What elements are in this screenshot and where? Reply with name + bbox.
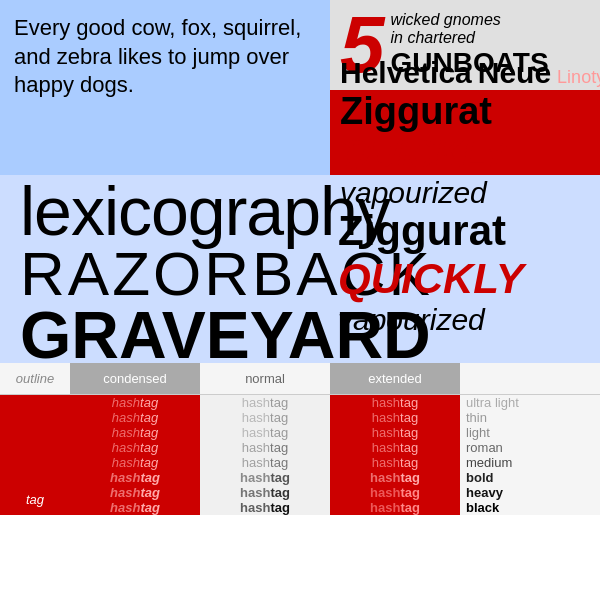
intro-text: Every good cow, fox, squirrel, and zebra… xyxy=(14,14,316,100)
extended-row-5: hashtag xyxy=(330,455,460,470)
extended-row-2: hashtag xyxy=(330,410,460,425)
weight-row-5: medium xyxy=(460,455,600,470)
grave-row: GRAVEYARD xyxy=(10,303,320,367)
normal-row-8: hashtag xyxy=(200,500,330,515)
weight-row-3: light xyxy=(460,425,600,440)
condensed-row-7: hashtag xyxy=(70,485,200,500)
quickly-text: QUICKLY xyxy=(340,133,508,176)
top-section: Every good cow, fox, squirrel, and zebra… xyxy=(0,0,600,175)
wicked-line2: in chartered xyxy=(391,29,549,47)
condensed-row-2: hashtag xyxy=(70,410,200,425)
header-condensed: condensed xyxy=(70,363,200,394)
weight-row-6: bold xyxy=(460,470,600,485)
hashtag-cell: hashtag xyxy=(112,395,158,410)
helvetica-line: Helvetica Neue Linotype xyxy=(340,56,590,90)
weight-label-heavy: heavy xyxy=(466,485,503,500)
condensed-row-3: hashtag xyxy=(70,425,200,440)
grid-header: outline condensed normal extended xyxy=(0,363,600,395)
extended-row-7: hashtag xyxy=(330,485,460,500)
quickly-vapourized-line: QUICKLY xyxy=(340,133,590,176)
condensed-row-5: hashtag xyxy=(70,455,200,470)
condensed-col: hashtag hashtag hashtag hashtag hashtag … xyxy=(70,395,200,515)
condensed-row-8: hashtag xyxy=(70,500,200,515)
ziggurat-big: Ziggurat xyxy=(338,207,592,255)
condensed-row-6: hashtag xyxy=(70,470,200,485)
zigg-section: Ziggurat QUICKLY vapourized xyxy=(338,207,592,337)
extended-row-8: hashtag xyxy=(330,500,460,515)
condensed-row-4: hashtag xyxy=(70,440,200,455)
middle-section: lexicography RAZORBACK GRAVEYARD Ziggura… xyxy=(0,175,600,363)
normal-row-2: hashtag xyxy=(200,410,330,425)
extended-row-6: hashtag xyxy=(330,470,460,485)
weight-row-4: roman xyxy=(460,440,600,455)
weight-row-7: heavy xyxy=(460,485,600,500)
weight-col: ultra light thin light roman medium bold… xyxy=(460,395,600,515)
weight-label-medium: medium xyxy=(466,455,512,470)
header-outline: outline xyxy=(0,371,70,386)
weight-label-black: black xyxy=(466,500,499,515)
ziggurat-line: Ziggurat xyxy=(340,90,590,133)
quickly-big: QUICKLY xyxy=(338,255,592,303)
top-right-panel: 5 wicked gnomes in chartered GUNBOATS He… xyxy=(330,0,600,175)
neue-text: Neue xyxy=(478,56,551,90)
weight-row-2: thin xyxy=(460,410,600,425)
normal-row-4: hashtag xyxy=(200,440,330,455)
header-extended: extended xyxy=(330,363,460,394)
middle-right: Ziggurat QUICKLY vapourized xyxy=(330,175,600,363)
vapourized-big: vapourized xyxy=(338,303,592,337)
normal-row-5: hashtag xyxy=(200,455,330,470)
weight-row-1: ultra light xyxy=(460,395,600,410)
middle-left: lexicography RAZORBACK GRAVEYARD xyxy=(0,175,330,363)
weight-label-bold: bold xyxy=(466,470,493,485)
weight-label-light: light xyxy=(466,425,490,440)
helvetica-panel: Helvetica Neue Linotype Ziggurat QUICKLY… xyxy=(330,90,600,175)
tag-label: tag xyxy=(26,492,44,507)
lexi-row: lexicography xyxy=(10,179,320,243)
extended-col: hashtag hashtag hashtag hashtag hashtag … xyxy=(330,395,460,515)
ziggurat-text: Ziggurat xyxy=(340,90,492,133)
weight-label-ultralight: ultra light xyxy=(466,395,519,410)
normal-col: hashtag hashtag hashtag hashtag hashtag … xyxy=(200,395,330,515)
extended-row-1: hashtag xyxy=(330,395,460,410)
razor-row: RAZORBACK xyxy=(10,243,320,303)
bottom-section: outline condensed normal extended tag ha… xyxy=(0,363,600,515)
header-weight xyxy=(460,363,560,394)
normal-row-3: hashtag xyxy=(200,425,330,440)
normal-row-1: hashtag xyxy=(200,395,330,410)
extended-row-4: hashtag xyxy=(330,440,460,455)
condensed-row-1: hashtag xyxy=(70,395,200,410)
outline-col: tag xyxy=(0,395,70,515)
header-normal: normal xyxy=(200,363,330,394)
weight-label-roman: roman xyxy=(466,440,503,455)
normal-row-7: hashtag xyxy=(200,485,330,500)
grid-body: tag hashtag hashtag hashtag hashtag hash… xyxy=(0,395,600,515)
linotype-text: Linotype xyxy=(557,67,600,88)
wicked-line1: wicked gnomes xyxy=(391,11,549,29)
extended-row-3: hashtag xyxy=(330,425,460,440)
weight-label-thin: thin xyxy=(466,410,487,425)
top-left-panel: Every good cow, fox, squirrel, and zebra… xyxy=(0,0,330,175)
normal-row-6: hashtag xyxy=(200,470,330,485)
weight-row-8: black xyxy=(460,500,600,515)
helvetica-text: Helvetica xyxy=(340,56,472,90)
